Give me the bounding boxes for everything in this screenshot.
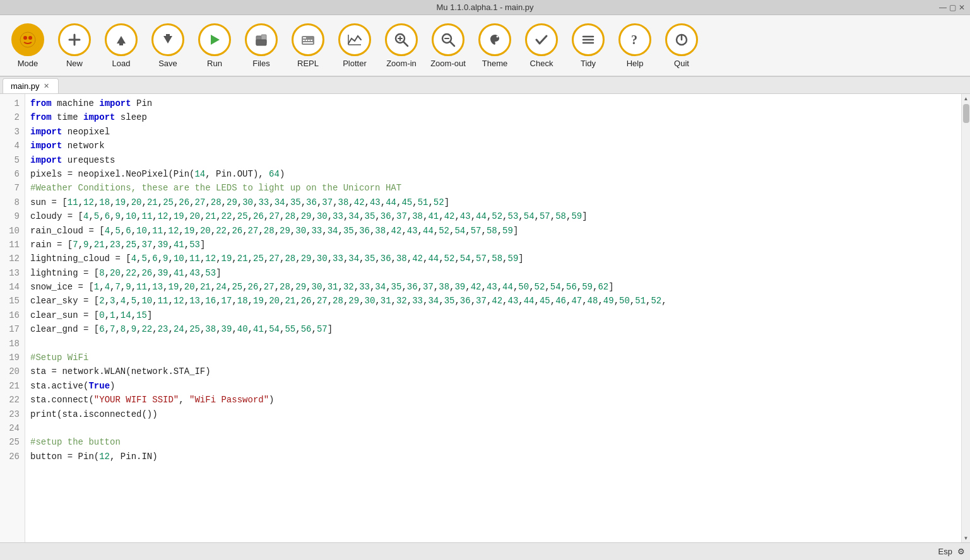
tab-close-btn[interactable]: ✕ [42,82,50,90]
theme-icon [478,23,511,56]
check-icon [525,23,558,56]
window-title: Mu 1.1.0.alpha.1 - main.py [437,3,534,12]
svg-marker-7 [211,35,220,45]
title-bar: Mu 1.1.0.alpha.1 - main.py — ▢ ✕ [0,0,970,15]
maximize-btn[interactable]: ▢ [949,3,956,12]
tab-main-py[interactable]: main.py ✕ [3,78,59,93]
help-icon: ? [618,23,651,56]
tidy-button[interactable]: Tidy [565,18,611,73]
load-label: Load [112,59,131,68]
repl-icon [292,23,324,56]
line-numbers: 12345 678910 1112131415 1617181920 21222… [0,94,25,542]
quit-label: Quit [674,59,689,68]
svg-rect-15 [308,40,310,41]
scroll-up-arrow[interactable]: ▲ [962,94,971,103]
mode-icon [11,23,44,56]
save-button[interactable]: Save [145,18,191,73]
svg-line-25 [451,42,455,46]
run-icon [198,23,231,56]
zoom-in-label: Zoom-in [386,59,417,68]
tidy-icon [572,23,605,56]
repl-button[interactable]: REPL [285,18,331,73]
esp-label: Esp [938,547,952,556]
check-label: Check [530,59,553,68]
svg-rect-17 [303,42,313,44]
svg-text:?: ? [631,33,637,47]
code-editor[interactable]: from machine import Pin from time import… [25,94,961,542]
svg-point-2 [28,36,32,40]
files-icon [245,23,278,56]
zoom-out-icon [432,23,464,56]
theme-label: Theme [482,59,507,68]
svg-rect-10 [256,40,266,45]
new-icon [58,23,91,56]
tabs-bar: main.py ✕ [0,77,970,94]
window-controls[interactable]: — ▢ ✕ [939,3,965,12]
settings-icon[interactable]: ⚙ [957,547,965,556]
plotter-icon [338,23,371,56]
svg-rect-14 [305,40,307,41]
run-label: Run [207,59,222,68]
load-button[interactable]: Load [98,18,144,73]
help-button[interactable]: ? Help [612,18,658,73]
svg-rect-13 [303,40,305,41]
theme-button[interactable]: Theme [472,18,518,73]
mode-button[interactable]: Mode [5,18,50,73]
svg-rect-12 [303,37,306,38]
tab-label: main.py [11,81,40,91]
scroll-thumb[interactable] [963,104,969,123]
tidy-label: Tidy [581,59,596,68]
help-label: Help [627,59,644,68]
svg-point-1 [23,36,27,40]
svg-line-21 [404,42,408,46]
check-button[interactable]: Check [519,18,564,73]
svg-rect-6 [166,34,170,37]
new-button[interactable]: New [52,18,97,73]
svg-rect-16 [311,40,312,41]
quit-icon [665,23,698,56]
files-button[interactable]: Files [239,18,284,73]
run-button[interactable]: Run [192,18,237,73]
plotter-label: Plotter [343,59,367,68]
scroll-down-arrow[interactable]: ▼ [962,534,971,542]
zoom-out-label: Zoom-out [430,59,466,68]
svg-point-27 [497,35,499,37]
svg-point-0 [20,32,35,47]
status-bar: Esp ⚙ [0,542,970,560]
mode-label: Mode [18,59,38,68]
scrollbar-right[interactable]: ▲ ▼ [961,94,970,542]
load-icon [105,23,138,56]
files-label: Files [252,59,269,68]
save-label: Save [158,59,177,68]
save-icon [151,23,184,56]
svg-rect-5 [119,42,123,45]
new-label: New [66,59,83,68]
quit-button[interactable]: Quit [659,18,704,73]
editor-container: 12345 678910 1112131415 1617181920 21222… [0,94,970,542]
close-btn[interactable]: ✕ [959,3,965,12]
zoom-in-button[interactable]: Zoom-in [379,18,424,73]
zoom-out-button[interactable]: Zoom-out [425,18,471,73]
plotter-button[interactable]: Plotter [332,18,377,73]
toolbar: Mode New Load Save [0,15,970,77]
repl-label: REPL [297,59,319,68]
zoom-in-icon [385,23,418,56]
minimize-btn[interactable]: — [939,3,947,12]
